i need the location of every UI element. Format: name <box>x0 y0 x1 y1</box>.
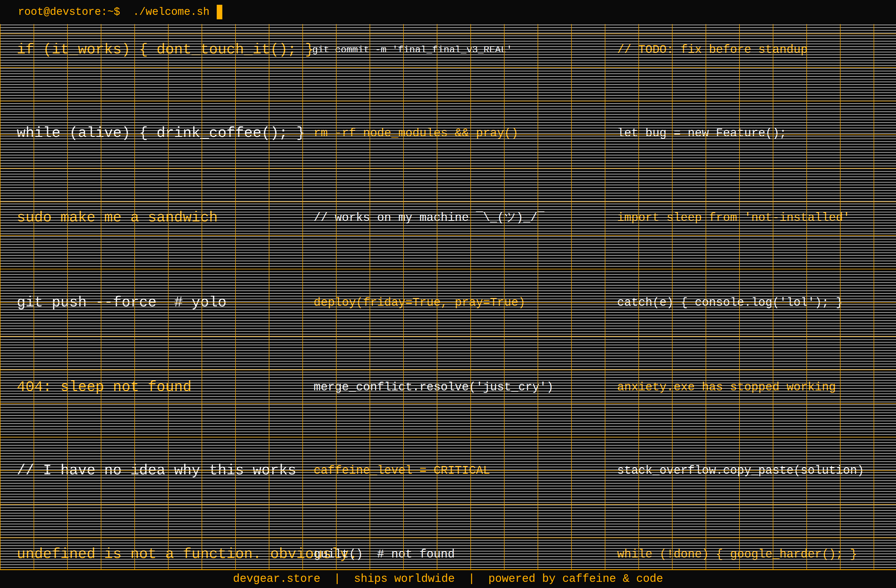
code-snippet: git push --force # yolo <box>17 296 227 310</box>
code-snippet: rm -rf node_modules && pray() <box>314 127 518 139</box>
code-snippet: import sleep from 'not-installed' <box>617 212 850 224</box>
code-snippet: guilt() # not found <box>314 548 455 560</box>
prompt-text: root@devstore:~$ ./welcome.sh <box>18 7 209 17</box>
code-grid: if (it_works) { dont_touch_it(); } git c… <box>0 24 896 570</box>
code-snippet: undefined is not a function. obviously. <box>17 547 358 562</box>
terminal-screen: root@devstore:~$ ./welcome.sh if (it_wor… <box>0 0 896 588</box>
code-snippet: while (!done) { google_harder(); } <box>617 548 857 560</box>
footer-bar: devgear.store | ships worldwide | powere… <box>0 569 896 588</box>
code-snippet: merge_conflict.resolve('just_cry') <box>314 381 553 393</box>
code-snippet: let bug = new Feature(); <box>617 127 786 139</box>
code-snippet: // works on my machine ¯\_(ツ)_/¯ <box>314 212 544 224</box>
footer-text: devgear.store | ships worldwide | powere… <box>233 573 663 585</box>
code-snippet: while (alive) { drink_coffee(); } <box>17 126 305 140</box>
code-snippet: stack_overflow.copy_paste(solution) <box>617 465 864 477</box>
code-snippet: sudo make me a sandwich <box>17 210 218 225</box>
code-snippet: catch(e) { console.log('lol'); } <box>617 297 843 309</box>
code-snippet: 404: sleep not found <box>17 380 192 395</box>
code-snippet: // I have no idea why this works <box>17 463 297 478</box>
terminal-cursor-icon <box>217 5 222 19</box>
terminal-header: root@devstore:~$ ./welcome.sh <box>0 0 896 24</box>
code-snippet: caffeine_level = CRITICAL <box>314 465 490 477</box>
code-snippet: git commit -m 'final_final_v3_REAL' <box>312 45 512 55</box>
code-snippet: deploy(friday=True, pray=True) <box>314 297 525 309</box>
code-snippet: anxiety.exe has stopped working <box>617 381 836 393</box>
code-snippet: // TODO: fix before standup <box>617 44 808 56</box>
code-snippet: if (it_works) { dont_touch_it(); } <box>17 43 314 57</box>
